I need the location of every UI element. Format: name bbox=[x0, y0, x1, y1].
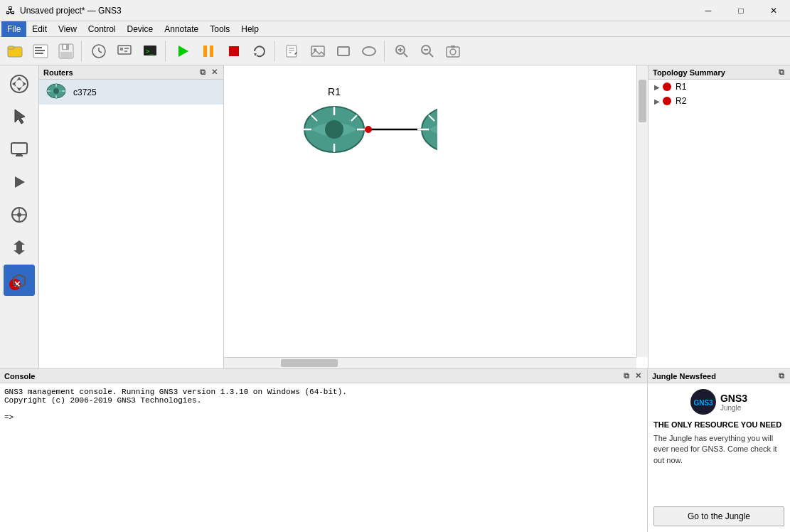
console-panel: Console ⧉ ✕ GNS3 management console. Run… bbox=[0, 369, 648, 532]
zoom-in-button[interactable] bbox=[390, 39, 414, 63]
console-line-4: => bbox=[4, 413, 643, 422]
rect-button[interactable] bbox=[331, 39, 356, 63]
open-folder-button[interactable] bbox=[3, 39, 27, 63]
jungle-panel-controls: ⧉ bbox=[777, 371, 786, 381]
close-button[interactable]: ✕ bbox=[757, 0, 790, 21]
svg-marker-59 bbox=[14, 248, 25, 255]
menu-tools[interactable]: Tools bbox=[204, 21, 235, 37]
menu-annotate[interactable]: Annotate bbox=[159, 21, 204, 37]
menu-view[interactable]: View bbox=[53, 21, 82, 37]
ellipse-button[interactable] bbox=[357, 39, 381, 63]
minimize-button[interactable]: ─ bbox=[692, 0, 725, 21]
menubar: File Edit View Control Device Annotate T… bbox=[0, 21, 790, 37]
console-panel-title: Console bbox=[4, 372, 35, 381]
topology-diagram: R1 R2 bbox=[224, 65, 437, 172]
sidebar-play-button[interactable] bbox=[4, 166, 35, 198]
console-line-3 bbox=[4, 405, 643, 413]
canvas-scrollbar-h[interactable] bbox=[224, 357, 636, 368]
image-button[interactable] bbox=[306, 39, 330, 63]
svg-rect-15 bbox=[124, 48, 129, 49]
sidebar-transfer-button[interactable] bbox=[4, 232, 35, 263]
scrollbar-thumb-h[interactable] bbox=[281, 359, 338, 367]
canvas-scrollbar-v[interactable] bbox=[636, 65, 648, 357]
history-button[interactable] bbox=[87, 39, 111, 63]
menu-device[interactable]: Device bbox=[122, 21, 159, 37]
topology-summary-header: Topology Summary ⧉ bbox=[648, 65, 790, 80]
console-panel-float[interactable]: ⧉ bbox=[622, 371, 631, 381]
router-item-c3725[interactable]: c3725 bbox=[39, 80, 223, 105]
left-sidebar: ✕ bbox=[0, 65, 39, 368]
svg-rect-30 bbox=[338, 47, 349, 55]
svg-line-38 bbox=[429, 53, 433, 57]
topology-summary-controls: ⧉ bbox=[777, 68, 786, 77]
tree-expand-r1[interactable]: ▶ bbox=[654, 83, 660, 91]
connection-point-r1 bbox=[365, 126, 372, 133]
canvas-area[interactable]: R1 R2 bbox=[224, 65, 648, 368]
router2-icon[interactable] bbox=[417, 107, 437, 152]
toolbar-separator-2 bbox=[165, 41, 168, 62]
svg-rect-5 bbox=[35, 53, 43, 54]
play-button[interactable] bbox=[171, 39, 195, 63]
toolbar-separator-3 bbox=[274, 41, 277, 62]
menu-edit[interactable]: Edit bbox=[26, 21, 53, 37]
panels-row: Routers ⧉ ✕ bbox=[39, 65, 790, 368]
sidebar-monitor-button[interactable] bbox=[4, 134, 35, 165]
router-label-c3725: c3725 bbox=[73, 87, 97, 97]
svg-rect-22 bbox=[229, 46, 239, 56]
console-panel-controls: ⧉ ✕ bbox=[622, 371, 643, 381]
tree-expand-r2[interactable]: ▶ bbox=[654, 97, 660, 105]
menu-file[interactable]: File bbox=[1, 21, 26, 37]
jungle-logo-sub: Jungle bbox=[720, 404, 747, 412]
svg-marker-51 bbox=[15, 176, 25, 188]
console-panel-header: Console ⧉ ✕ bbox=[0, 369, 647, 383]
bottom-area: Console ⧉ ✕ GNS3 management console. Run… bbox=[0, 368, 790, 532]
svg-rect-39 bbox=[447, 47, 459, 57]
console-line-1: GNS3 management console. Running GNS3 ve… bbox=[4, 388, 643, 396]
console-content: GNS3 management console. Running GNS3 ve… bbox=[0, 383, 647, 532]
go-to-jungle-button[interactable]: Go to the Jungle bbox=[653, 506, 784, 526]
jungle-newsfeed-panel: Jungle Newsfeed ⧉ GNS3 GNS3 Jungle bbox=[648, 369, 790, 532]
maximize-button[interactable]: □ bbox=[725, 0, 757, 21]
router1-icon[interactable] bbox=[300, 107, 368, 152]
svg-rect-4 bbox=[35, 50, 45, 51]
terminal-button[interactable]: >_ bbox=[138, 39, 162, 63]
routers-panel-title: Routers bbox=[43, 68, 73, 77]
tree-item-r2[interactable]: ▶ R2 bbox=[648, 94, 790, 108]
jungle-logo-main: GNS3 bbox=[720, 393, 747, 404]
tree-item-r1[interactable]: ▶ R1 bbox=[648, 80, 790, 94]
reload-button[interactable] bbox=[247, 39, 272, 63]
save-button[interactable] bbox=[54, 39, 78, 63]
topology-summary-float[interactable]: ⧉ bbox=[777, 68, 786, 77]
svg-rect-1 bbox=[8, 46, 14, 49]
svg-rect-48 bbox=[11, 143, 27, 154]
routers-panel-float[interactable]: ⧉ bbox=[198, 68, 207, 77]
open-file-button[interactable] bbox=[28, 39, 53, 63]
topology-summary-title: Topology Summary bbox=[653, 68, 725, 77]
svg-line-12 bbox=[99, 51, 102, 53]
sidebar-move-button[interactable] bbox=[4, 68, 35, 100]
stop-button[interactable] bbox=[222, 39, 246, 63]
sidebar-pointer-button[interactable] bbox=[4, 101, 35, 132]
sidebar-error-button[interactable]: ✕ bbox=[4, 265, 35, 296]
device-manager-button[interactable] bbox=[112, 39, 137, 63]
zoom-out-button[interactable] bbox=[415, 39, 439, 63]
screenshot-button[interactable] bbox=[441, 39, 465, 63]
sidebar-network-button[interactable] bbox=[4, 199, 35, 230]
routers-panel-close[interactable]: ✕ bbox=[210, 68, 219, 77]
routers-panel-header: Routers ⧉ ✕ bbox=[39, 65, 223, 80]
toolbar-separator-4 bbox=[384, 41, 387, 62]
menu-control[interactable]: Control bbox=[82, 21, 122, 37]
jungle-panel-float[interactable]: ⧉ bbox=[777, 371, 786, 381]
edit-note-button[interactable] bbox=[280, 39, 304, 63]
scrollbar-thumb-v[interactable] bbox=[639, 80, 646, 122]
pause-button[interactable] bbox=[196, 39, 220, 63]
svg-point-64 bbox=[53, 88, 59, 94]
svg-line-35 bbox=[404, 53, 407, 57]
menu-help[interactable]: Help bbox=[235, 21, 265, 37]
router-icon-c3725 bbox=[45, 83, 68, 102]
topology-summary-panel: Topology Summary ⧉ ▶ R1 ▶ R2 bbox=[648, 65, 790, 368]
console-panel-close[interactable]: ✕ bbox=[634, 371, 643, 381]
jungle-content: GNS3 GNS3 Jungle THE ONLY RESOURCE YOU N… bbox=[648, 383, 790, 532]
svg-marker-23 bbox=[254, 53, 257, 56]
svg-rect-9 bbox=[60, 52, 72, 58]
